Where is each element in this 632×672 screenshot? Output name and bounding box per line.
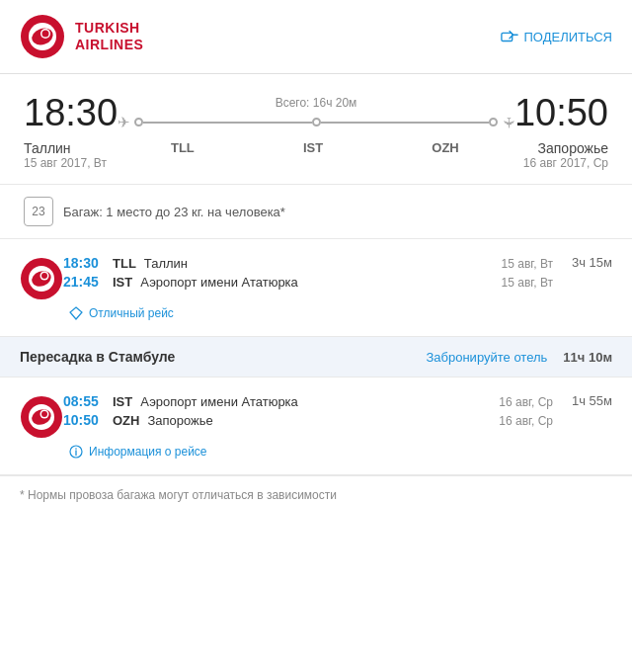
- flight-summary: 18:30 Всего: 16ч 20м ✈ ✈ 10:50 Таллин 15…: [0, 74, 632, 185]
- flight-segment-2: 08:55 IST Аэропорт имени Ататюрка 16 авг…: [0, 378, 632, 475]
- seg2-dep-time: 08:55: [63, 393, 105, 409]
- seg2-arr-date: 16 авг, Ср: [499, 414, 553, 428]
- seg1-dep-city: Таллин: [144, 256, 188, 271]
- seg1-dep-time: 18:30: [63, 255, 105, 271]
- transfer-label: Пересадка в Стамбуле: [20, 349, 175, 365]
- segment-2-departure-row: 08:55 IST Аэропорт имени Ататюрка 16 авг…: [63, 393, 553, 409]
- segment-2-arrival-row: 10:50 OZH Запорожье 16 авг, Ср: [63, 412, 553, 428]
- transfer-row: Пересадка в Стамбуле Забронируйте отель …: [0, 337, 632, 378]
- header: TURKISH AIRLINES ПОДЕЛИТЬСЯ: [0, 0, 632, 74]
- seg1-arr-city: Аэропорт имени Ататюрка: [140, 275, 298, 290]
- seg1-arr-time: 21:45: [63, 274, 105, 290]
- seg2-arr-city: Запорожье: [147, 413, 212, 428]
- total-duration-label: Всего: 16ч 20м: [276, 96, 357, 110]
- baggage-row: 23 Багаж: 1 место до 23 кг. на человека*: [0, 185, 632, 239]
- stop-dot-1: [134, 118, 143, 126]
- footnote-text: * Нормы провоза багажа могут отличаться …: [20, 488, 337, 502]
- segment-1-duration-col: 3ч 15м: [553, 255, 612, 270]
- excellent-label: Отличный рейс: [89, 306, 174, 320]
- seg2-dep-code: IST: [113, 394, 132, 409]
- arrival-time: 10:50: [514, 92, 608, 134]
- share-label: ПОДЕЛИТЬСЯ: [524, 30, 612, 44]
- info-link[interactable]: Информация о рейсе: [20, 445, 612, 459]
- departure-date: 15 авг 2017, Вт: [24, 156, 107, 170]
- airport-code-ist: IST: [303, 140, 323, 155]
- segment-2-main: 08:55 IST Аэропорт имени Ататюрка 16 авг…: [20, 393, 612, 439]
- transfer-right: Забронируйте отель 11ч 10м: [426, 350, 612, 365]
- departure-city-info: Таллин 15 авг 2017, Вт: [24, 140, 107, 170]
- total-center: Всего: 16ч 20м ✈ ✈: [118, 96, 514, 131]
- footnote: * Нормы провоза багажа могут отличаться …: [0, 475, 632, 514]
- seg1-arr-date: 15 авг, Вт: [502, 276, 553, 290]
- excellent-badge: Отличный рейс: [20, 306, 612, 320]
- svg-point-11: [41, 273, 47, 279]
- stop-dot-3: [489, 118, 498, 126]
- line-seg-2: [321, 122, 489, 124]
- seg1-dep-date: 15 авг, Вт: [502, 257, 553, 271]
- airports-row: Таллин 15 авг 2017, Вт TLL IST OZH Запор…: [24, 140, 608, 170]
- transfer-duration: 11ч 10м: [563, 350, 612, 365]
- diamond-icon: [69, 306, 83, 320]
- segment-2-details: 08:55 IST Аэропорт имени Ататюрка 16 авг…: [63, 393, 553, 431]
- share-icon: [501, 28, 518, 45]
- seg2-arr-code: OZH: [113, 413, 139, 428]
- departure-time: 18:30: [24, 92, 118, 134]
- airport-code-ozh: OZH: [432, 140, 458, 155]
- flight-segment-1: 18:30 TLL Таллин 15 авг, Вт 21:45 IST Аэ…: [0, 239, 632, 337]
- segment-2-duration-col: 1ч 55м: [553, 393, 612, 408]
- info-icon: [69, 445, 83, 459]
- svg-point-17: [41, 411, 47, 417]
- svg-point-4: [42, 31, 49, 38]
- seg1-dep-code: TLL: [113, 256, 136, 271]
- baggage-icon: 23: [24, 197, 53, 226]
- seg2-duration: 1ч 55м: [572, 393, 612, 408]
- info-link-label: Информация о рейсе: [89, 445, 207, 459]
- share-button[interactable]: ПОДЕЛИТЬСЯ: [501, 28, 612, 45]
- segment-1-main: 18:30 TLL Таллин 15 авг, Вт 21:45 IST Аэ…: [20, 255, 612, 300]
- seg2-dep-city: Аэропорт имени Ататюрка: [140, 394, 298, 409]
- segment-1-arrival-row: 21:45 IST Аэропорт имени Ататюрка 15 авг…: [63, 274, 553, 290]
- stop-dot-2: [312, 118, 321, 126]
- arrival-date: 16 авг 2017, Ср: [523, 156, 608, 170]
- airport-code-tll: TLL: [171, 140, 195, 155]
- svg-marker-12: [70, 307, 82, 319]
- departure-city-name: Таллин: [24, 140, 107, 156]
- airline-name: TURKISH AIRLINES: [75, 20, 143, 53]
- airline-logo-icon: [20, 14, 65, 59]
- arrival-city-name: Запорожье: [523, 140, 608, 156]
- svg-point-20: [75, 448, 77, 450]
- plane-arrive-icon: ✈: [499, 116, 516, 128]
- plane-depart-icon: ✈: [118, 114, 130, 131]
- segment-1-departure-row: 18:30 TLL Таллин 15 авг, Вт: [63, 255, 553, 271]
- seg2-arr-time: 10:50: [63, 412, 105, 428]
- baggage-text: Багаж: 1 место до 23 кг. на человека*: [63, 205, 285, 219]
- seg1-arr-code: IST: [113, 275, 132, 290]
- arrival-city-info: Запорожье 16 авг 2017, Ср: [523, 140, 608, 170]
- segment-1-airline-logo: [20, 257, 63, 300]
- seg2-dep-date: 16 авг, Ср: [499, 395, 553, 409]
- segment-1-details: 18:30 TLL Таллин 15 авг, Вт 21:45 IST Аэ…: [63, 255, 553, 293]
- seg1-duration: 3ч 15м: [572, 255, 612, 270]
- logo-area: TURKISH AIRLINES: [20, 14, 143, 59]
- line-seg-1: [143, 122, 311, 124]
- segment-2-airline-logo: [20, 395, 63, 439]
- book-hotel-link[interactable]: Забронируйте отель: [426, 350, 547, 365]
